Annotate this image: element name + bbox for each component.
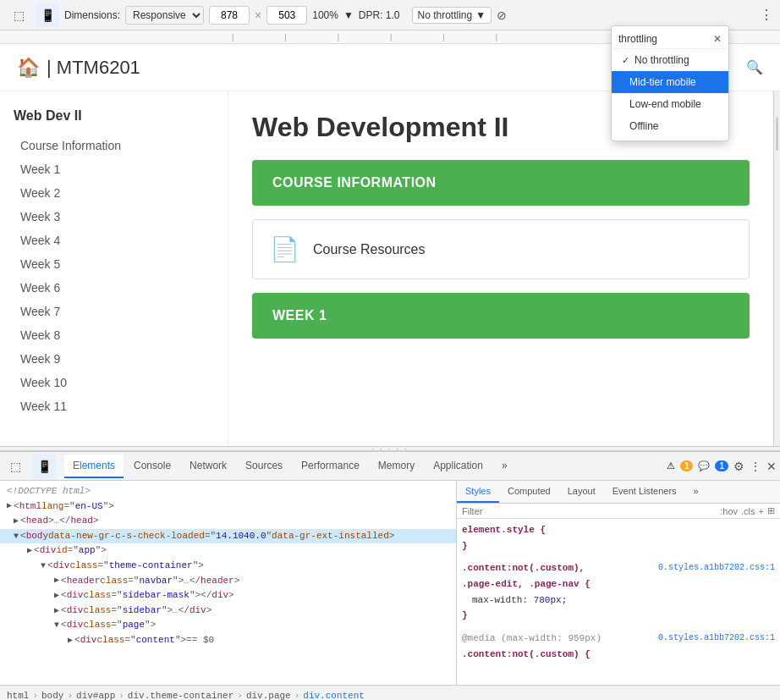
tab-performance[interactable]: Performance — [293, 455, 368, 478]
filter-cls[interactable]: .cls — [741, 506, 755, 516]
breadcrumb-div-app[interactable]: div#app — [76, 691, 115, 701]
sidebar-item-week7[interactable]: Week 7 — [14, 300, 214, 323]
sidebar-item-week3[interactable]: Week 3 — [14, 205, 214, 229]
height-input[interactable] — [266, 6, 307, 25]
tab-elements[interactable]: Elements — [64, 455, 124, 478]
width-input[interactable] — [209, 6, 250, 25]
main-content: Web Development II COURSE INFORMATION 📄 … — [228, 91, 773, 446]
responsive-select[interactable]: Responsive — [125, 6, 204, 25]
throttle-dropdown-header: throttling ✕ — [612, 30, 728, 49]
styles-tab-layout[interactable]: Layout — [559, 481, 604, 503]
styles-filter: :hov .cls + ⊞ — [457, 504, 780, 519]
html-line-div-app[interactable]: ▶ <div id="app"> — [0, 543, 456, 559]
page-body: Web Dev II Course Information Week 1 Wee… — [0, 91, 780, 446]
devtools-breadcrumb: html › body › div#app › div.theme-contai… — [0, 685, 780, 700]
sidebar: Web Dev II Course Information Week 1 Wee… — [0, 91, 228, 446]
devtools-more-icon[interactable]: ⋮ — [750, 460, 761, 473]
throttle-header-label: throttling — [618, 33, 657, 45]
week1-block[interactable]: WEEK 1 — [252, 293, 750, 339]
html-line-header[interactable]: ▶ <header class="navbar"> … </header> — [0, 574, 456, 589]
breadcrumb-div-theme[interactable]: div.theme-container — [128, 691, 233, 701]
throttle-low-label: Low-end mobile — [629, 98, 701, 110]
styles-tab-computed[interactable]: Computed — [499, 481, 559, 503]
breadcrumb-body[interactable]: body — [41, 691, 63, 701]
html-line-sidebar[interactable]: ▶ <div class="sidebar"> … </div> — [0, 604, 456, 619]
home-icon: 🏠 — [17, 57, 40, 79]
sidebar-item-course-info[interactable]: Course Information — [14, 134, 214, 157]
css-block-media: @media (max-width: 959px) 0.styles.a1bb7… — [462, 631, 775, 662]
settings-icon[interactable]: ⚙ — [733, 460, 744, 473]
html-line-theme-container[interactable]: ▼ <div class="theme-container"> — [0, 559, 456, 574]
throttling-button[interactable]: No throttling ▼ — [412, 7, 492, 24]
css-block-content: .content:not(.custom), 0.styles.a1bb7202… — [462, 560, 775, 624]
filter-hov[interactable]: :hov — [720, 506, 738, 516]
dimensions-label: Dimensions: — [64, 9, 120, 21]
html-panel: <!DOCTYPE html> ▶ <html lang="en-US"> ▶ … — [0, 481, 457, 685]
sidebar-item-week10[interactable]: Week 10 — [14, 371, 214, 394]
throttle-mid-check — [622, 77, 624, 87]
breadcrumb-html[interactable]: html — [7, 691, 29, 701]
sidebar-item-week2[interactable]: Week 2 — [14, 181, 214, 205]
styles-tab-styles[interactable]: Styles — [457, 481, 499, 503]
tab-more[interactable]: » — [493, 455, 516, 478]
throttle-item-no-throttling[interactable]: ✓ No throttling — [612, 49, 728, 71]
tab-console[interactable]: Console — [125, 455, 179, 478]
html-line-doctype: <!DOCTYPE html> — [0, 484, 456, 499]
throttle-close-icon[interactable]: ✕ — [713, 33, 722, 45]
sidebar-item-week1[interactable]: Week 1 — [14, 157, 214, 181]
zoom-arrow[interactable]: ▼ — [343, 9, 354, 21]
warning-icon[interactable]: ⚠ — [667, 460, 675, 471]
throttle-item-low-end[interactable]: Low-end mobile — [612, 93, 728, 115]
devtools-toolbar: ⬚ 📱 Dimensions: Responsive × 100% ▼ DPR:… — [0, 0, 780, 30]
device-icon[interactable]: 📱 — [36, 3, 59, 27]
styles-filter-input[interactable] — [462, 506, 717, 516]
inspect-icon[interactable]: ⬚ — [7, 3, 30, 27]
throttle-item-label: No throttling — [634, 54, 689, 66]
html-line-html[interactable]: ▶ <html lang="en-US"> — [0, 499, 456, 515]
html-line-page[interactable]: ▼ <div class="page"> — [0, 618, 456, 633]
html-line-content[interactable]: ▶ <div class="content"> == $0 — [0, 633, 456, 648]
resource-block[interactable]: 📄 Course Resources — [252, 219, 750, 279]
sidebar-item-week11[interactable]: Week 11 — [14, 394, 214, 418]
sidebar-item-week4[interactable]: Week 4 — [14, 229, 214, 252]
breadcrumb-div-content[interactable]: div.content — [303, 691, 365, 701]
styles-tab-event-listeners[interactable]: Event Listeners — [604, 481, 685, 503]
sidebar-item-week6[interactable]: Week 6 — [14, 276, 214, 300]
breadcrumb-div-page[interactable]: div.page — [246, 691, 291, 701]
styles-tab-more[interactable]: » — [685, 481, 707, 503]
page-logo: 🏠 | MTM6201 — [17, 57, 140, 79]
scrollbar-vertical[interactable] — [773, 91, 780, 446]
clear-icon[interactable]: ⊘ — [497, 8, 507, 22]
tab-application[interactable]: Application — [425, 455, 492, 478]
warning-badge: 1 — [680, 460, 694, 471]
devtools-body: <!DOCTYPE html> ▶ <html lang="en-US"> ▶ … — [0, 481, 780, 685]
search-icon[interactable]: 🔍 — [746, 59, 763, 75]
resource-label: Course Resources — [313, 242, 426, 257]
sidebar-item-week9[interactable]: Week 9 — [14, 347, 214, 371]
devtools-close-icon[interactable]: ✕ — [766, 460, 777, 473]
course-info-block[interactable]: COURSE INFORMATION — [252, 160, 750, 206]
html-line-sidebar-mask[interactable]: ▶ <div class="sidebar-mask"></div> — [0, 588, 456, 604]
filter-expand[interactable]: ⊞ — [767, 505, 775, 516]
html-line-head[interactable]: ▶ <head> … </head> — [0, 514, 456, 529]
sidebar-item-week5[interactable]: Week 5 — [14, 252, 214, 276]
throttle-mid-label: Mid-tier mobile — [629, 76, 696, 88]
tab-memory[interactable]: Memory — [370, 455, 423, 478]
message-icon[interactable]: 💬 — [698, 460, 710, 471]
tab-sources[interactable]: Sources — [237, 455, 291, 478]
devtools-inspect-icon[interactable]: ⬚ — [3, 455, 27, 478]
tab-network[interactable]: Network — [181, 455, 235, 478]
styles-panel: Styles Computed Layout Event Listeners »… — [457, 481, 780, 685]
filter-plus[interactable]: + — [759, 506, 764, 516]
throttle-check-icon: ✓ — [622, 55, 629, 66]
throttling-label: No throttling — [418, 9, 473, 21]
sidebar-title: Web Dev II — [14, 108, 214, 124]
devtools-tabs: ⬚ 📱 Elements Console Network Sources Per… — [0, 452, 780, 481]
html-line-body[interactable]: ▼ <body data-new-gr-c-s-check-loaded="14… — [0, 529, 456, 544]
throttle-item-offline[interactable]: Offline — [612, 115, 728, 137]
more-options-icon[interactable]: ⋮ — [760, 7, 773, 23]
styles-body: element.style { } .content:not(.custom),… — [457, 519, 780, 685]
sidebar-item-week8[interactable]: Week 8 — [14, 323, 214, 347]
devtools-device-icon[interactable]: 📱 — [32, 455, 56, 478]
throttle-item-mid-tier[interactable]: Mid-tier mobile — [612, 71, 728, 93]
